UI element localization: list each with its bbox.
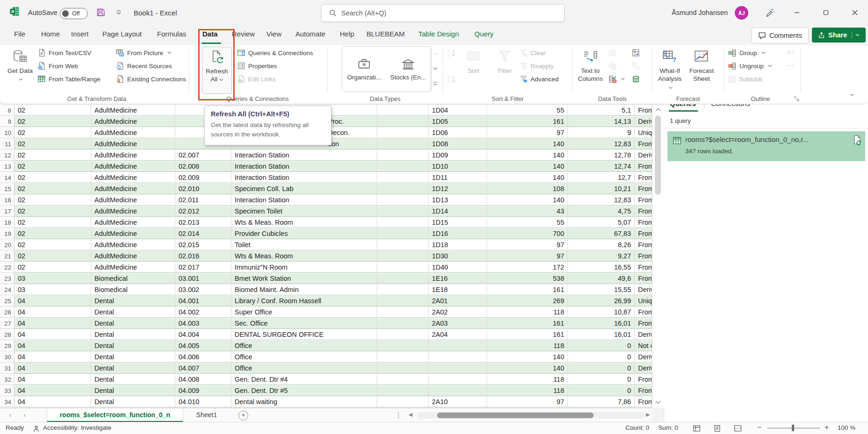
grid-cell[interactable]: 1D10 — [429, 161, 487, 172]
grid-cell[interactable]: From — [635, 397, 652, 407]
sparkle-pen-icon[interactable] — [765, 7, 775, 17]
grid-cell[interactable]: Wts & Meas. Room — [231, 251, 377, 262]
grid-cell[interactable]: From — [635, 240, 652, 250]
ribbon-tab-formulas[interactable]: Formulas — [157, 30, 187, 38]
grid-cell[interactable] — [377, 318, 429, 329]
grid-cell[interactable]: 04 — [14, 397, 91, 407]
grid-cell[interactable] — [377, 184, 429, 194]
ribbon-tab-file[interactable]: File — [14, 30, 25, 38]
flash-fill-button[interactable] — [609, 47, 617, 59]
grid-cell[interactable]: 04.010 — [175, 397, 231, 407]
grid-cell[interactable]: 02 — [14, 128, 91, 138]
grid-cell[interactable]: Bmet Work Station — [231, 273, 377, 284]
existing-connections-button[interactable]: Existing Connections — [116, 73, 186, 85]
grid-cell[interactable]: AdultMedicine — [91, 105, 175, 116]
filter-button[interactable]: Filter — [492, 47, 518, 93]
row-header[interactable]: 12 — [0, 150, 14, 161]
row-header[interactable]: 32 — [0, 374, 14, 385]
close-button[interactable] — [848, 7, 862, 19]
grid-cell[interactable]: 140 — [487, 161, 568, 172]
grid-cell[interactable]: 12,74 — [568, 161, 635, 172]
grid-cell[interactable]: From — [635, 273, 652, 284]
comments-button[interactable]: Comments — [752, 28, 809, 43]
ribbon-tab-bluebeam[interactable]: BLUEBEAM — [366, 30, 405, 38]
grid-cell[interactable]: 43 — [487, 206, 568, 217]
grid-cell[interactable]: 0 — [568, 363, 635, 374]
vertical-scrollbar[interactable] — [652, 105, 664, 408]
grid-cell[interactable]: From — [635, 105, 652, 116]
grid-cell[interactable]: 1E16 — [429, 273, 487, 284]
grid-cell[interactable] — [377, 217, 429, 228]
grid-cell[interactable]: 97 — [487, 251, 568, 262]
grid-cell[interactable] — [377, 374, 429, 385]
row-header[interactable]: 31 — [0, 363, 14, 374]
row-header[interactable]: 13 — [0, 161, 14, 172]
grid-cell[interactable]: 1D09 — [429, 150, 487, 161]
grid-cell[interactable]: 1D18 — [429, 240, 487, 250]
grid-cell[interactable]: Deriv — [635, 150, 652, 161]
grid-cell[interactable]: 700 — [487, 228, 568, 239]
grid-cell[interactable]: From — [635, 172, 652, 183]
grid-cell[interactable]: 04.007 — [175, 363, 231, 374]
grid-cell[interactable]: Specimen Toilet — [231, 206, 377, 217]
row-header[interactable]: 23 — [0, 273, 14, 284]
grid-cell[interactable]: 140 — [487, 139, 568, 149]
grid-cell[interactable]: 02 — [14, 251, 91, 262]
grid-cell[interactable]: 0 — [568, 352, 635, 363]
grid-cell[interactable] — [377, 116, 429, 127]
grid-cell[interactable]: From — [635, 262, 652, 273]
grid-cell[interactable]: 03 — [14, 273, 91, 284]
grid-cell[interactable] — [377, 251, 429, 262]
grid-cell[interactable] — [377, 385, 429, 396]
zoom-level[interactable]: 100 % — [838, 424, 855, 431]
ribbon-tab-home[interactable]: Home — [41, 30, 60, 38]
grid-cell[interactable] — [377, 128, 429, 138]
get-data-button[interactable]: Get Data — [7, 47, 34, 93]
grid-cell[interactable]: Dental — [91, 307, 175, 318]
edit-links-button[interactable]: Edit Links — [237, 73, 276, 85]
row-header[interactable]: 19 — [0, 228, 14, 239]
grid-cell[interactable] — [377, 296, 429, 306]
grid-cell[interactable]: 04 — [14, 374, 91, 385]
grid-cell[interactable]: AdultMedicine — [91, 161, 175, 172]
grid-cell[interactable]: AdultMedicine — [91, 262, 175, 273]
grid-cell[interactable]: Not c — [635, 341, 652, 351]
grid-cell[interactable]: Specimen Coll. Lab — [231, 184, 377, 194]
grid-cell[interactable]: 118 — [487, 341, 568, 351]
grid-cell[interactable]: 02.010 — [175, 184, 231, 194]
view-page-break-icon[interactable] — [734, 425, 742, 432]
grid-cell[interactable]: 16,55 — [568, 262, 635, 273]
clear-filter-button[interactable]: Clear — [520, 47, 545, 59]
grid-cell[interactable]: 04 — [14, 341, 91, 351]
data-type-organization[interactable]: Organizati... — [342, 47, 386, 92]
grid-cell[interactable]: From — [635, 184, 652, 194]
ribbon-tab-query[interactable]: Query — [474, 30, 494, 38]
grid-cell[interactable] — [377, 329, 429, 340]
grid-cell[interactable]: 02 — [14, 139, 91, 149]
view-page-layout-icon[interactable] — [713, 425, 721, 432]
grid-cell[interactable]: Provider Cubicles — [231, 228, 377, 239]
row-header[interactable]: 28 — [0, 329, 14, 340]
grid-cell[interactable]: 04 — [14, 296, 91, 306]
grid-cell[interactable]: 02.017 — [175, 262, 231, 273]
grid-cell[interactable]: 14,13 — [568, 116, 635, 127]
grid-cell[interactable]: 02.012 — [175, 206, 231, 217]
grid-cell[interactable]: Deriv — [635, 285, 652, 295]
grid-cell[interactable]: Uniq — [635, 296, 652, 306]
grid-cell[interactable]: Interaction Station — [231, 172, 377, 183]
grid-cell[interactable]: 04 — [14, 363, 91, 374]
grid-cell[interactable]: AdultMedicine — [91, 116, 175, 127]
grid-cell[interactable]: 9 — [568, 128, 635, 138]
grid-cell[interactable]: AdultMedicine — [91, 240, 175, 250]
grid-cell[interactable]: 1D05 — [429, 116, 487, 127]
row-header[interactable]: 34 — [0, 397, 14, 407]
grid-cell[interactable]: 1D40 — [429, 262, 487, 273]
grid-cell[interactable]: DENTAL SURGEON OFFICE — [231, 329, 377, 340]
grid-cell[interactable] — [377, 285, 429, 295]
grid-cell[interactable]: 9,27 — [568, 251, 635, 262]
grid-cell[interactable]: 1E18 — [429, 285, 487, 295]
maximize-button[interactable] — [819, 7, 833, 19]
grid-cell[interactable]: Library / Conf. Room Hassell — [231, 296, 377, 306]
grid-cell[interactable]: 03 — [14, 285, 91, 295]
grid-cell[interactable]: Office — [231, 363, 377, 374]
